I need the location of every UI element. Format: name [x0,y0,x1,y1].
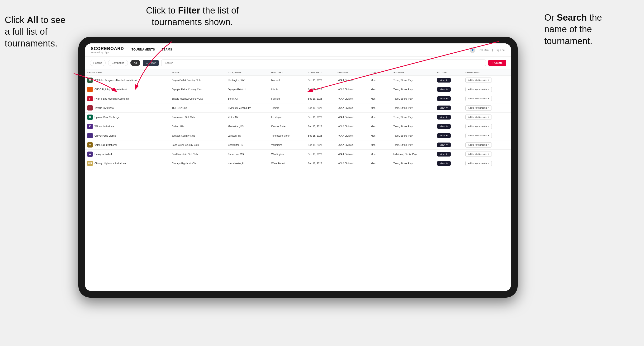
cell-scoring: Individual, Stroke Play [391,150,435,159]
cell-scoring: Team, Stroke Play [391,113,435,122]
add-to-schedule-button[interactable]: Add to My Schedule + [466,161,492,166]
view-icon: 👁 [446,125,448,128]
add-to-schedule-button[interactable]: Add to My Schedule + [466,124,492,129]
cell-start-date: Sep 18, 2023 [306,159,335,168]
team-logo: T [88,133,92,138]
event-name-text: 2023 Joe Feaganes Marshall Invitational [94,79,137,82]
top-nav: SCOREBOARD Powered by clippd TOURNAMENTS… [85,43,511,57]
view-button[interactable]: View 👁 [437,115,451,120]
cell-division: NCAA Division I [335,94,368,103]
cell-event-name: F Ryan T. Lee Memorial Collegiate [85,94,169,103]
team-logo: I [88,87,92,92]
team-logo: T [88,105,92,111]
cell-gender: Men [368,113,391,122]
cell-hosted-by: Washington [269,150,306,159]
cell-gender: Men [368,150,391,159]
cell-gender: Men [368,159,391,168]
add-to-schedule-button[interactable]: Add to My Schedule + [466,96,492,101]
cell-hosted-by: Kansas State [269,122,306,131]
cell-city-state: Huntington, WV [226,76,269,85]
annotation-all: Click All to see a full list of tourname… [5,14,69,49]
cell-hosted-by: Tennessee-Martin [269,131,306,140]
cell-start-date: Sep 11, 2023 [306,76,335,85]
annotation-filter: Click to Filter the list oftournaments s… [130,5,254,28]
cell-hosted-by: Le Moyne [269,113,306,122]
cell-city-state: Bremerton, WA [226,150,269,159]
add-to-schedule-button[interactable]: Add to My Schedule + [466,87,492,92]
view-button[interactable]: View 👁 [437,124,451,129]
cell-start-date: Sep 18, 2023 [306,131,335,140]
view-button[interactable]: View 👁 [437,133,451,138]
cell-gender: Men [368,103,391,113]
team-logo: WF [88,161,92,166]
cell-start-date: Sep 16, 2023 [306,94,335,103]
cell-city-state: Berlin, CT [226,94,269,103]
add-to-schedule-button[interactable]: Add to My Schedule + [466,142,492,148]
cell-start-date: Sep 15, 2023 [306,85,335,94]
view-icon: 👁 [446,107,448,109]
cell-actions: View 👁 [435,103,463,113]
table-body: M 2023 Joe Feaganes Marshall Invitationa… [85,76,511,168]
cell-gender: Men [368,76,391,85]
cell-division: NCAA Division I [335,76,368,85]
cell-division: NCAA Division I [335,131,368,140]
nav-links: TOURNAMENTS TEAMS [132,48,470,52]
cell-division: NCAA Division I [335,159,368,168]
table-row: F Ryan T. Lee Memorial Collegiate Shuttl… [85,94,511,103]
view-icon: 👁 [446,153,448,155]
search-input[interactable] [161,59,486,66]
cell-event-name: W Husky Individual [85,150,169,159]
cell-event-name: U Upstate Dual Challenge [85,113,169,122]
add-to-schedule-button[interactable]: Add to My Schedule + [466,152,492,157]
cell-competing: Add to My Schedule + [463,159,511,168]
tournaments-table-container: EVENT NAME VENUE CITY, STATE HOSTED BY S… [85,69,511,291]
filter-button[interactable]: ☰ Filter [143,60,159,66]
create-button[interactable]: + Create [488,60,506,66]
cell-start-date: Sep 16, 2023 [306,113,335,122]
event-name-text: Husky Individual [94,153,112,156]
tab-hosting[interactable]: Hosting [90,60,106,66]
view-icon: 👁 [446,88,448,91]
cell-event-name: T Grover Page Classic [85,131,169,140]
cell-scoring: Team, Stroke Play [391,103,435,113]
event-name-text: Upstate Dual Challenge [94,116,120,119]
nav-link-tournaments[interactable]: TOURNAMENTS [132,48,155,52]
tab-competing[interactable]: Competing [108,60,128,66]
view-button[interactable]: View 👁 [437,152,451,157]
signout-link[interactable]: Sign out [496,49,505,51]
view-button[interactable]: View 👁 [437,96,451,101]
add-to-schedule-button[interactable]: Add to My Schedule + [466,105,492,111]
add-to-schedule-button[interactable]: Add to My Schedule + [466,115,492,120]
annotation-search: Or Search thename of thetournament. [544,12,630,47]
cell-division: NCAA Division I [335,103,368,113]
view-button[interactable]: View 👁 [437,106,451,110]
cell-actions: View 👁 [435,76,463,85]
view-button[interactable]: View 👁 [437,143,451,147]
filter-icon: ☰ [146,61,148,64]
event-name-text: Temple Invitational [94,107,114,110]
cell-scoring: Team, Stroke Play [391,140,435,150]
cell-competing: Add to My Schedule + [463,113,511,122]
view-button[interactable]: View 👁 [437,87,451,92]
cell-actions: View 👁 [435,113,463,122]
view-button[interactable]: View 👁 [437,78,451,83]
cell-competing: Add to My Schedule + [463,85,511,94]
cell-division: NCAA Division I [335,150,368,159]
cell-gender: Men [368,140,391,150]
add-to-schedule-button[interactable]: Add to My Schedule + [466,78,492,83]
user-label: Test User [478,49,489,51]
add-to-schedule-button[interactable]: Add to My Schedule + [466,133,492,138]
tournaments-table: EVENT NAME VENUE CITY, STATE HOSTED BY S… [85,69,511,168]
cell-hosted-by: Wake Forest [269,159,306,168]
cell-hosted-by: Illinois [269,85,306,94]
cell-competing: Add to My Schedule + [463,76,511,85]
nav-right: 👤 Test User | Sign out [470,47,505,53]
cell-scoring: Team, Stroke Play [391,76,435,85]
nav-link-teams[interactable]: TEAMS [162,48,172,52]
cell-competing: Add to My Schedule + [463,122,511,131]
col-scoring: SCORING [391,69,435,76]
tab-all[interactable]: All [130,60,140,66]
view-button[interactable]: View 👁 [437,161,451,166]
cell-scoring: Team, Stroke Play [391,159,435,168]
cell-city-state: Plymouth Meeting, PA [226,103,269,113]
